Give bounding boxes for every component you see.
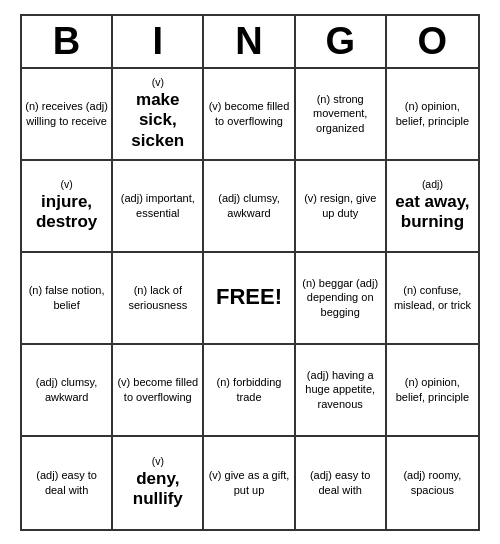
bingo-cell-19: (n) opinion, belief, principle [387, 345, 478, 437]
bingo-cell-13: (n) beggar (adj) depending on begging [296, 253, 387, 345]
bingo-cell-21: (v)deny, nullify [113, 437, 204, 529]
bingo-cell-20: (adj) easy to deal with [22, 437, 113, 529]
bingo-header: BINGO [22, 16, 478, 69]
bingo-cell-7: (adj) clumsy, awkward [204, 161, 295, 253]
bingo-cell-11: (n) lack of seriousness [113, 253, 204, 345]
header-letter-i: I [113, 16, 204, 67]
cell-prefix-21: (v) [152, 455, 164, 469]
bingo-cell-22: (v) give as a gift, put up [204, 437, 295, 529]
bingo-cell-0: (n) receives (adj) willing to receive [22, 69, 113, 161]
bingo-cell-9: (adj)eat away, burning [387, 161, 478, 253]
bingo-cell-18: (adj) having a huge appetite, ravenous [296, 345, 387, 437]
cell-main-1: make sick, sicken [116, 90, 199, 151]
bingo-cell-3: (n) strong movement, organized [296, 69, 387, 161]
cell-prefix-9: (adj) [422, 178, 443, 192]
cell-main-9: eat away, burning [390, 192, 475, 233]
bingo-cell-8: (v) resign, give up duty [296, 161, 387, 253]
cell-main-5: injure, destroy [25, 192, 108, 233]
cell-main-21: deny, nullify [116, 469, 199, 510]
bingo-cell-6: (adj) important, essential [113, 161, 204, 253]
cell-prefix-1: (v) [152, 76, 164, 90]
bingo-cell-12: FREE! [204, 253, 295, 345]
bingo-grid: (n) receives (adj) willing to receive(v)… [22, 69, 478, 529]
bingo-cell-16: (v) become filled to overflowing [113, 345, 204, 437]
header-letter-o: O [387, 16, 478, 67]
header-letter-n: N [204, 16, 295, 67]
header-letter-g: G [296, 16, 387, 67]
bingo-card: BINGO (n) receives (adj) willing to rece… [20, 14, 480, 531]
bingo-cell-15: (adj) clumsy, awkward [22, 345, 113, 437]
cell-prefix-5: (v) [60, 178, 72, 192]
bingo-cell-17: (n) forbidding trade [204, 345, 295, 437]
bingo-cell-2: (v) become filled to overflowing [204, 69, 295, 161]
bingo-cell-23: (adj) easy to deal with [296, 437, 387, 529]
header-letter-b: B [22, 16, 113, 67]
bingo-cell-14: (n) confuse, mislead, or trick [387, 253, 478, 345]
bingo-cell-4: (n) opinion, belief, principle [387, 69, 478, 161]
bingo-cell-1: (v)make sick, sicken [113, 69, 204, 161]
bingo-cell-5: (v)injure, destroy [22, 161, 113, 253]
bingo-cell-10: (n) false notion, belief [22, 253, 113, 345]
bingo-cell-24: (adj) roomy, spacious [387, 437, 478, 529]
